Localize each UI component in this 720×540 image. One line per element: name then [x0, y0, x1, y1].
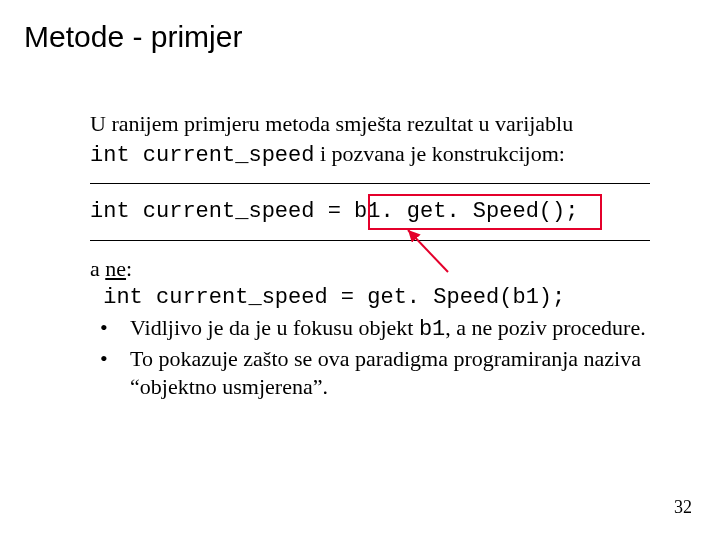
intro-line-1: U ranijem primjeru metoda smješta rezult… [90, 110, 670, 138]
bullet2-pre: To pokazuje zašto se ova paradigma progr… [130, 346, 641, 399]
divider-1 [90, 183, 650, 184]
bullet-list: Vidljivo je da je u fokusu objekt b1, a … [90, 314, 670, 401]
list-item: Vidljivo je da je u fokusu objekt b1, a … [90, 314, 670, 344]
code-correct: int current_speed = b1. get. Speed(); [90, 198, 670, 226]
intro-code: int current_speed [90, 143, 314, 168]
slide-body: U ranijem primjeru metoda smješta rezult… [90, 110, 670, 400]
code-correct-wrap: int current_speed = b1. get. Speed(); [90, 198, 670, 226]
list-item: To pokazuje zašto se ova paradigma progr… [90, 345, 670, 400]
ane-text: a ne: [90, 256, 132, 281]
intro-line-2: int current_speed i pozvana je konstrukc… [90, 140, 670, 170]
code-wrong: int current_speed = get. Speed(b1); [90, 284, 670, 312]
page-number: 32 [674, 497, 692, 518]
ane-label: a ne: [90, 255, 670, 283]
bullet1-post: , a ne poziv procedure. [445, 315, 645, 340]
slide-title: Metode - primjer [24, 20, 242, 54]
slide: Metode - primjer U ranijem primjeru meto… [0, 0, 720, 540]
intro-tail: i pozvana je konstrukcijom: [314, 141, 565, 166]
bullet1-pre: Vidljivo je da je u fokusu objekt [130, 315, 419, 340]
divider-2 [90, 240, 650, 241]
bullet1-code: b1 [419, 317, 445, 342]
